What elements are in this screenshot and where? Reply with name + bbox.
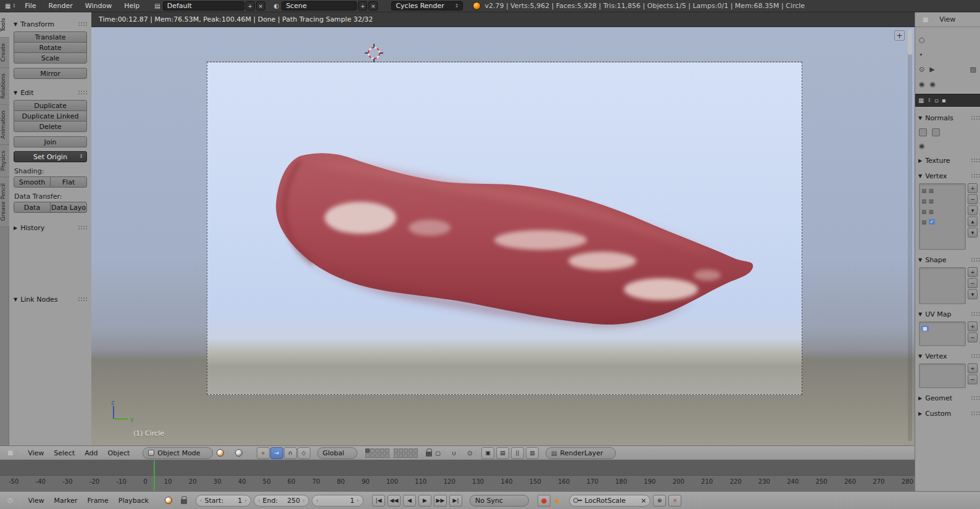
viewport-shading-dropdown[interactable]: ↕: [215, 447, 231, 459]
snap-dropdown[interactable]: ∪ ↕: [450, 447, 463, 459]
scene-icon[interactable]: ◐: [274, 3, 280, 9]
panel-grip-icon[interactable]: [78, 22, 87, 27]
add-shape-key-button[interactable]: +: [968, 267, 978, 277]
scene-dropdown[interactable]: Scene: [281, 1, 357, 10]
prev-keyframe-button[interactable]: ◀◀: [388, 495, 401, 507]
geometry-data-panel-header[interactable]: ▶ Geomet: [915, 393, 980, 403]
data-transfer-data-button[interactable]: Data: [14, 202, 51, 213]
delete-keyframes-button[interactable]: ×: [668, 495, 681, 507]
timeline-menu-item[interactable]: Frame: [83, 497, 114, 505]
vertex-colors-list[interactable]: [919, 363, 966, 388]
jump-to-start-button[interactable]: |◀: [372, 495, 385, 507]
panel-grip-icon[interactable]: [78, 90, 87, 96]
preview-range-icon[interactable]: [165, 497, 172, 504]
panel-grip-icon[interactable]: [971, 312, 980, 317]
scene-tab-icon[interactable]: ▫: [934, 97, 939, 104]
jump-to-end-button[interactable]: ▶|: [449, 495, 462, 507]
decrement-icon[interactable]: ‹: [200, 497, 202, 503]
transform-tool-button[interactable]: Rotate: [14, 42, 87, 53]
tab-relations[interactable]: Relations: [0, 68, 9, 105]
panel-grip-icon[interactable]: [971, 115, 980, 121]
transform-orientation-dropdown[interactable]: Global ↕: [317, 447, 357, 459]
edit-panel-header[interactable]: ▼ Edit: [14, 88, 87, 97]
timeline-menu-item[interactable]: Marker: [49, 497, 83, 505]
uv-maps-panel-header[interactable]: ▼ UV Map: [915, 309, 980, 320]
pause-render-button[interactable]: ||: [511, 447, 524, 459]
add-vertex-group-button[interactable]: +: [968, 183, 978, 193]
manipulator-toggle-button[interactable]: +: [257, 447, 270, 459]
properties-tab-strip[interactable]: ▦ ↕ ▫ ▪: [915, 94, 980, 107]
scale-manipulator-button[interactable]: ◇: [297, 447, 310, 459]
timeline-ruler[interactable]: -50-40-30-20-100102030405060708090100110…: [0, 476, 915, 491]
decrement-icon[interactable]: ‹: [258, 497, 260, 503]
shape-keys-panel-header[interactable]: ▼ Shape: [915, 255, 980, 265]
current-frame-playhead[interactable]: [154, 460, 155, 491]
tab-tools[interactable]: Tools: [0, 12, 9, 38]
tab-create[interactable]: Create: [0, 38, 9, 68]
tab-animation[interactable]: Animation: [0, 105, 9, 145]
opengl-render-anim-button[interactable]: ▤: [496, 447, 509, 459]
viewport-scrollbar[interactable]: [908, 29, 912, 441]
clear-keying-set-icon[interactable]: ×: [641, 497, 646, 505]
right-editor-view-menu[interactable]: View: [939, 15, 955, 23]
transform-tool-button[interactable]: Scale: [14, 52, 87, 64]
top-menu-item[interactable]: Help: [118, 2, 146, 10]
edit-tool-button[interactable]: Delete: [14, 121, 87, 132]
play-reverse-button[interactable]: ◀: [403, 495, 416, 507]
render-layer-dropdown[interactable]: ▤ RenderLayer ↕: [546, 447, 616, 459]
panel-grip-icon[interactable]: [971, 411, 980, 416]
3d-cursor[interactable]: [363, 43, 384, 64]
shade-smooth-button[interactable]: Smooth: [14, 176, 51, 188]
screen-layout-icon[interactable]: ▤: [154, 3, 160, 9]
scrollbar-thumb[interactable]: [908, 29, 912, 55]
next-keyframe-button[interactable]: ▶▶: [434, 495, 447, 507]
shape-key-specials-button[interactable]: ▾: [968, 289, 978, 299]
mirror-button[interactable]: Mirror: [14, 68, 87, 79]
join-button[interactable]: Join: [14, 136, 87, 147]
region-expand-button[interactable]: +: [894, 30, 905, 41]
shape-keys-list[interactable]: [919, 267, 966, 304]
set-origin-dropdown[interactable]: Set Origin ↕: [14, 151, 87, 162]
uv-map-active-icon[interactable]: ▦: [921, 326, 929, 331]
lock-to-scene-button[interactable]: [426, 447, 432, 459]
increment-icon[interactable]: ›: [244, 497, 247, 503]
panel-grip-icon[interactable]: [971, 257, 980, 263]
texture-panel-header[interactable]: ▶ Texture: [915, 155, 980, 166]
remove-vertex-group-button[interactable]: −: [968, 194, 978, 204]
lock-time-button[interactable]: [181, 495, 187, 507]
add-uv-map-button[interactable]: +: [968, 321, 978, 331]
decrement-icon[interactable]: ‹: [316, 497, 318, 503]
translate-manipulator-button[interactable]: →: [270, 447, 283, 459]
link-nodes-panel-header[interactable]: ▼ Link Nodes: [14, 294, 87, 304]
auto-smooth-knob-icon[interactable]: ◉: [919, 142, 925, 150]
keying-set-field[interactable]: LocRotScale ×: [569, 495, 650, 507]
proportional-edit-dropdown[interactable]: ○ ↕: [434, 447, 448, 459]
record-button[interactable]: ●: [538, 495, 550, 507]
editor-type-button[interactable]: ◷ ↕: [5, 495, 20, 505]
object-data-tab-icon[interactable]: ▪: [942, 97, 946, 104]
rotate-manipulator-button[interactable]: ∩: [284, 447, 297, 459]
timeline-menu-item[interactable]: View: [23, 497, 49, 505]
shade-flat-button[interactable]: Flat: [50, 176, 87, 188]
render-engine-dropdown[interactable]: Cycles Render ↕: [391, 1, 463, 10]
increment-icon[interactable]: ›: [357, 497, 359, 503]
eye-icon[interactable]: ⊙: [919, 65, 924, 73]
transform-panel-header[interactable]: ▼ Transform: [14, 19, 87, 29]
edit-tool-button[interactable]: Duplicate Linked: [14, 110, 87, 122]
pivot-center-dropdown[interactable]: ↕: [233, 447, 250, 459]
add-layout-button[interactable]: +: [246, 1, 255, 10]
cursor-icon[interactable]: ▶: [929, 65, 934, 73]
add-scene-button[interactable]: +: [358, 1, 367, 10]
top-menu-item[interactable]: Render: [43, 2, 79, 10]
history-panel-header[interactable]: ▶ History: [14, 223, 87, 233]
custom-properties-panel-header[interactable]: ▶ Custom: [915, 408, 980, 419]
timeline-menu-item[interactable]: Playback: [114, 497, 154, 505]
data-transfer-layout-button[interactable]: Data Layo: [50, 202, 87, 213]
delete-layout-button[interactable]: ×: [256, 1, 265, 10]
increment-icon[interactable]: ›: [302, 497, 305, 503]
insert-keyframes-button[interactable]: ⊕: [653, 495, 666, 507]
panel-grip-icon[interactable]: [78, 225, 87, 231]
move-down-button[interactable]: ▾: [968, 228, 978, 238]
normals-checkbox[interactable]: [919, 128, 927, 136]
av-sync-dropdown[interactable]: No Sync ↕: [470, 495, 529, 507]
